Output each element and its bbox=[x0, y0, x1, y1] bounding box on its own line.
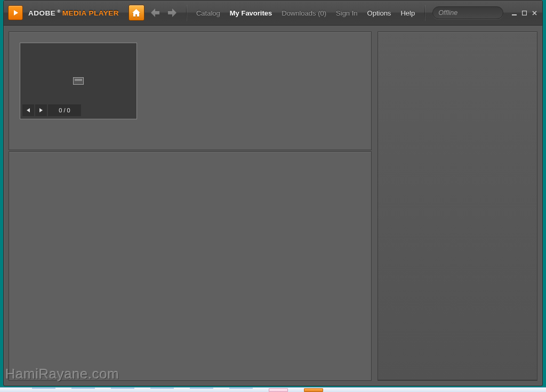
triangle-left-icon bbox=[27, 108, 30, 112]
search-input[interactable]: Offline bbox=[432, 6, 503, 19]
brand-registered: ® bbox=[57, 9, 60, 14]
gallery-panel: 0 / 0 bbox=[9, 31, 372, 150]
menu-downloads[interactable]: Downloads (0) bbox=[277, 7, 331, 19]
svg-rect-1 bbox=[523, 11, 527, 15]
taskbar-item[interactable] bbox=[71, 388, 95, 392]
menu-help[interactable]: Help bbox=[396, 7, 419, 19]
search-placeholder: Offline bbox=[438, 9, 457, 17]
app-window: ADOBE® MEDIA PLAYER Catalog My Favorites… bbox=[3, 0, 543, 386]
main-menu: Catalog My Favorites Downloads (0) Sign … bbox=[192, 7, 419, 19]
taskbar-item[interactable] bbox=[269, 388, 288, 392]
thumb-next-button[interactable] bbox=[35, 104, 47, 116]
arrow-right-icon bbox=[168, 9, 178, 17]
triangle-right-icon bbox=[39, 108, 43, 112]
side-panel bbox=[378, 31, 537, 381]
content-area: 0 / 0 bbox=[9, 31, 537, 381]
home-button[interactable] bbox=[129, 5, 144, 21]
minimize-icon bbox=[512, 11, 517, 15]
app-logo-icon bbox=[8, 5, 23, 20]
separator bbox=[424, 5, 425, 21]
maximize-icon bbox=[522, 11, 527, 15]
taskbar-item[interactable] bbox=[150, 388, 174, 392]
topbar: ADOBE® MEDIA PLAYER Catalog My Favorites… bbox=[4, 1, 542, 26]
back-button[interactable] bbox=[147, 5, 163, 21]
main-panel bbox=[9, 151, 372, 381]
taskbar-item[interactable] bbox=[111, 388, 134, 392]
app-title: ADOBE® MEDIA PLAYER bbox=[28, 9, 119, 17]
thumbnail-controls: 0 / 0 bbox=[22, 104, 81, 117]
close-button[interactable] bbox=[531, 10, 538, 17]
os-taskbar[interactable] bbox=[0, 387, 546, 392]
media-thumbnail[interactable]: 0 / 0 bbox=[20, 43, 137, 119]
taskbar-item[interactable] bbox=[229, 388, 253, 392]
forward-button[interactable] bbox=[165, 5, 181, 21]
menu-my-favorites[interactable]: My Favorites bbox=[226, 7, 276, 19]
side-panel-header bbox=[378, 32, 537, 380]
taskbar-item-active[interactable] bbox=[304, 388, 323, 392]
minimize-button[interactable] bbox=[511, 10, 518, 17]
brand-product: MEDIA PLAYER bbox=[62, 9, 119, 17]
brand-adobe: ADOBE bbox=[28, 9, 55, 17]
taskbar-item[interactable] bbox=[190, 388, 213, 392]
right-column bbox=[378, 31, 537, 381]
close-icon bbox=[532, 11, 537, 15]
home-icon bbox=[132, 9, 141, 17]
menu-sign-in[interactable]: Sign In bbox=[332, 7, 362, 19]
play-icon bbox=[14, 10, 18, 15]
separator bbox=[186, 5, 187, 21]
left-column: 0 / 0 bbox=[9, 31, 372, 381]
thumb-counter: 0 / 0 bbox=[48, 104, 81, 116]
thumb-prev-button[interactable] bbox=[22, 104, 34, 116]
arrow-left-icon bbox=[150, 9, 159, 17]
menu-options[interactable]: Options bbox=[363, 7, 396, 19]
svg-rect-0 bbox=[512, 14, 517, 15]
menu-catalog[interactable]: Catalog bbox=[192, 7, 224, 19]
window-controls bbox=[511, 10, 538, 17]
maximize-button[interactable] bbox=[521, 10, 528, 17]
film-placeholder-icon bbox=[73, 77, 84, 85]
taskbar-item[interactable] bbox=[32, 388, 55, 392]
